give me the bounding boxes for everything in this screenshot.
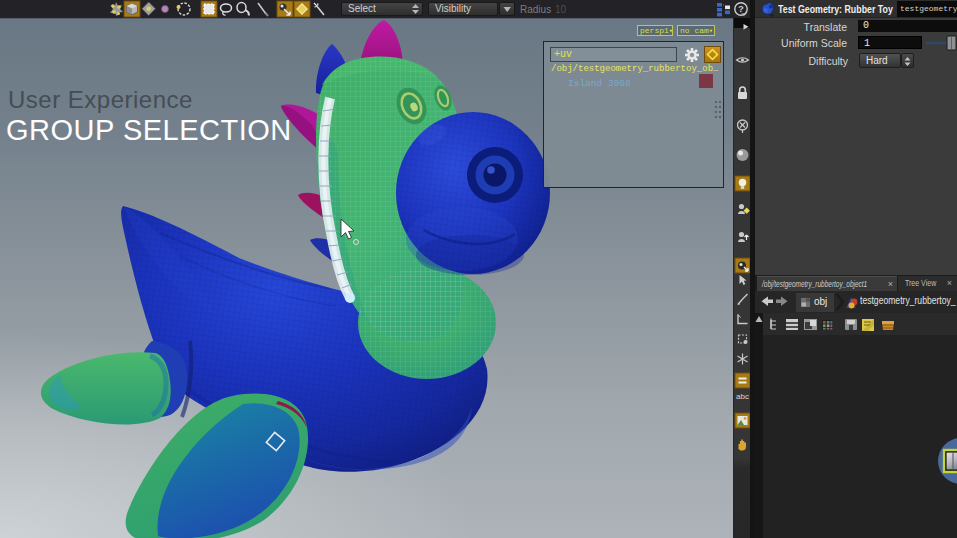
svg-text:abc: abc bbox=[736, 392, 749, 401]
svg-text:?: ? bbox=[738, 3, 744, 14]
